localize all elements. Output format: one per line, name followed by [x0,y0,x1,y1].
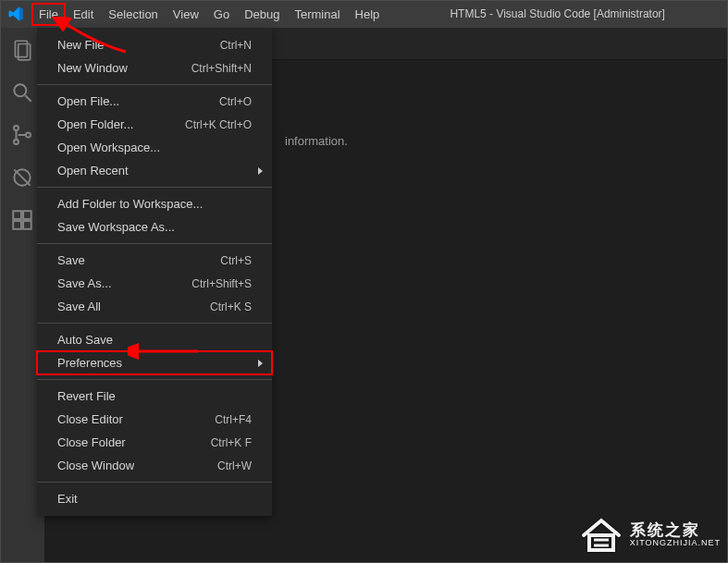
menu-new-window[interactable]: New WindowCtrl+Shift+N [37,56,272,80]
search-icon[interactable] [9,80,35,105]
menu-open-folder[interactable]: Open Folder...Ctrl+K Ctrl+O [37,113,272,136]
menu-file[interactable]: File [31,3,66,26]
menu-save-as[interactable]: Save As...Ctrl+Shift+S [37,272,272,295]
menu-help[interactable]: Help [348,3,388,26]
file-menu-dropdown: New FileCtrl+N New WindowCtrl+Shift+N Op… [37,28,272,516]
menu-debug[interactable]: Debug [237,3,287,26]
vs-code-logo-icon [7,6,24,22]
menu-separator [37,84,272,85]
svg-rect-14 [589,535,613,550]
watermark-url: XITONGZHIJIA.NET [630,539,721,547]
menu-auto-save[interactable]: Auto Save [37,328,272,351]
svg-rect-10 [23,211,31,219]
menu-open-workspace[interactable]: Open Workspace... [37,136,272,159]
menu-view[interactable]: View [166,3,206,26]
source-control-icon[interactable] [9,122,35,148]
menu-bar: File Edit Selection View Go Debug Termin… [31,3,387,26]
menu-separator [37,243,272,244]
explorer-icon[interactable] [9,37,35,63]
menu-add-folder-to-workspace[interactable]: Add Folder to Workspace... [37,192,272,215]
svg-point-2 [14,84,26,96]
menu-save[interactable]: SaveCtrl+S [37,249,272,272]
watermark-house-icon [580,517,623,554]
menu-save-workspace-as[interactable]: Save Workspace As... [37,215,272,239]
menu-separator [37,379,272,380]
menu-edit[interactable]: Edit [66,3,101,26]
menu-exit[interactable]: Exit [37,487,272,510]
menu-separator [37,323,272,324]
menu-close-window[interactable]: Close WindowCtrl+W [37,454,272,477]
menu-revert-file[interactable]: Revert File [37,385,272,408]
svg-point-4 [14,126,19,130]
menu-open-recent[interactable]: Open Recent [37,159,272,182]
menu-close-folder[interactable]: Close FolderCtrl+K F [37,431,272,454]
window-title: HTML5 - Visual Studio Code [Administrato… [387,7,728,20]
watermark: 系统之家 XITONGZHIJIA.NET [580,517,721,554]
menu-selection[interactable]: Selection [101,3,165,26]
menu-open-file[interactable]: Open File...Ctrl+O [37,90,272,113]
watermark-title: 系统之家 [630,522,721,539]
menu-new-file[interactable]: New FileCtrl+N [37,33,272,56]
menu-separator [37,187,272,188]
svg-rect-9 [13,211,21,219]
svg-rect-12 [23,221,31,229]
svg-rect-11 [13,221,21,229]
extensions-icon[interactable] [9,207,35,233]
menu-go[interactable]: Go [206,3,237,26]
svg-point-5 [14,140,19,144]
menu-close-editor[interactable]: Close EditorCtrl+F4 [37,408,272,431]
menu-preferences[interactable]: Preferences [37,351,272,374]
menu-separator [37,482,272,483]
title-bar: File Edit Selection View Go Debug Termin… [0,0,728,28]
menu-save-all[interactable]: Save AllCtrl+K S [37,295,272,318]
svg-line-3 [25,95,31,102]
menu-terminal[interactable]: Terminal [287,3,347,26]
debug-icon[interactable] [9,165,35,190]
svg-point-6 [26,133,31,138]
